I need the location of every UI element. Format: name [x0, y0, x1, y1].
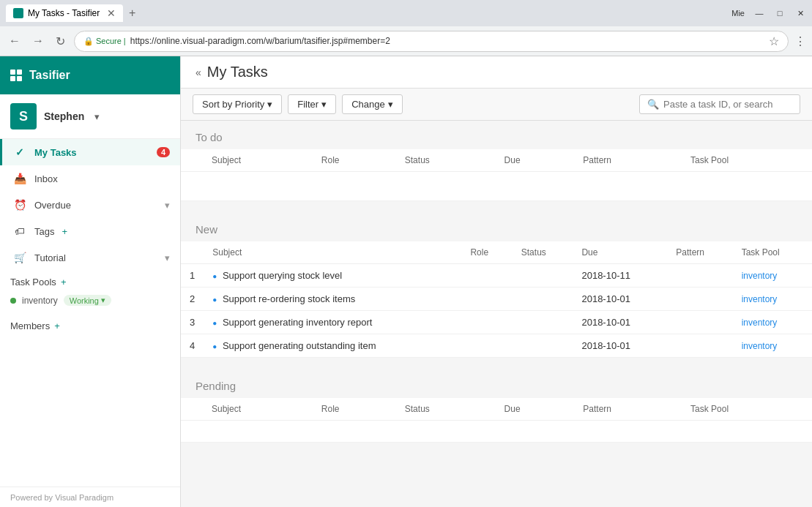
row-subject: ● Support re-ordering stock items — [204, 288, 461, 311]
members-label: Members — [10, 320, 50, 331]
main-header: « My Tasks — [181, 56, 812, 89]
row-pool: inventory — [733, 334, 812, 358]
browser-tab[interactable]: My Tasks - Tasifier ✕ — [6, 4, 123, 22]
address-bar: ← → ↻ 🔒 Secure | https://online.visual-p… — [0, 26, 812, 56]
pending-table: Subject Role Status Due Pattern Task Poo… — [181, 398, 812, 443]
window-controls: Mie — □ ✕ — [731, 7, 806, 19]
task-subject-text: Support querying stock level — [223, 270, 342, 281]
sort-label: Sort by Priority — [202, 99, 264, 110]
row-num: 2 — [181, 288, 204, 311]
pool-inventory[interactable]: inventory Working ▾ — [10, 292, 170, 309]
url-bar[interactable]: 🔒 Secure | https://online.visual-paradig… — [74, 31, 789, 52]
back-nav-button[interactable]: ← — [6, 31, 23, 50]
sidebar-item-tags[interactable]: 🏷 Tags + — [0, 218, 180, 244]
th-num-pending — [181, 398, 203, 421]
toolbar: Sort by Priority ▾ Filter ▾ Change ▾ 🔍 — [181, 89, 812, 121]
th-role-new: Role — [461, 241, 512, 264]
pool-link[interactable]: inventory — [742, 294, 778, 304]
pool-link[interactable]: inventory — [742, 271, 778, 281]
title-bar: My Tasks - Tasifier ✕ + Mie — □ ✕ — [0, 0, 812, 26]
row-num: 3 — [181, 311, 204, 334]
th-pattern-todo: Pattern — [574, 149, 682, 172]
task-status-dot: ● — [212, 342, 220, 350]
task-pools-header: Task Pools + — [10, 277, 170, 288]
pool-link[interactable]: inventory — [742, 318, 778, 328]
task-subject-text: Support generating outstanding item — [223, 340, 376, 351]
task-pools-add-button[interactable]: + — [61, 277, 67, 288]
tab-favicon — [13, 8, 23, 18]
table-row[interactable]: 4 ● Support generating outstanding item … — [181, 334, 812, 358]
sidebar-item-my-tasks[interactable]: ✓ My Tasks 4 — [0, 139, 180, 165]
search-box[interactable]: 🔍 — [639, 94, 800, 114]
tags-plus-icon[interactable]: + — [62, 226, 67, 237]
back-button[interactable]: « — [195, 67, 201, 78]
change-button[interactable]: Change ▾ — [342, 94, 403, 114]
th-due-todo: Due — [496, 149, 575, 172]
pool-name: inventory — [22, 296, 58, 306]
my-tasks-badge: 4 — [157, 147, 170, 157]
th-pattern-pending: Pattern — [574, 398, 682, 421]
user-section[interactable]: S Stephen ▾ — [0, 94, 180, 139]
minimize-button[interactable]: — — [753, 7, 765, 19]
members-header: Members + — [10, 320, 170, 331]
task-status-dot: ● — [212, 319, 220, 327]
sidebar: Tasifier S Stephen ▾ ✓ My Tasks 4 📥 Inbo… — [0, 56, 181, 507]
new-tab-button[interactable]: + — [123, 4, 141, 23]
sidebar-item-inbox[interactable]: 📥 Inbox — [0, 165, 180, 192]
pool-dot — [10, 298, 16, 304]
overdue-arrow-icon: ▾ — [165, 200, 170, 211]
sidebar-item-overdue[interactable]: ⏰ Overdue ▾ — [0, 192, 180, 218]
row-pool: inventory — [733, 311, 812, 334]
th-subject-pending: Subject — [203, 398, 313, 421]
th-status-new: Status — [513, 241, 573, 264]
bookmark-icon[interactable]: ☆ — [769, 34, 779, 48]
pool-status-label: Working — [70, 296, 99, 305]
inbox-icon: 📥 — [12, 173, 27, 184]
sort-priority-button[interactable]: Sort by Priority ▾ — [193, 94, 282, 114]
section-todo-label: To do — [181, 121, 812, 149]
sidebar-header: Tasifier — [0, 56, 180, 94]
filter-button[interactable]: Filter ▾ — [288, 94, 336, 114]
table-row[interactable]: 3 ● Support generating inventory report … — [181, 311, 812, 334]
tutorial-icon: 🛒 — [12, 252, 27, 263]
user-name: Stephen — [44, 110, 84, 122]
tab-close-button[interactable]: ✕ — [107, 7, 116, 19]
row-status — [513, 334, 573, 358]
table-row[interactable]: 1 ● Support querying stock level 2018-10… — [181, 264, 812, 288]
row-pattern — [667, 334, 732, 358]
sidebar-footer: Powered by Visual Paradigm — [0, 487, 180, 507]
members-add-button[interactable]: + — [54, 320, 60, 331]
section-pending-label: Pending — [181, 369, 812, 398]
row-subject: ● Support generating inventory report — [204, 311, 461, 334]
browser-menu-button[interactable]: ⋮ — [794, 34, 806, 48]
maximize-button[interactable]: □ — [774, 7, 786, 19]
table-row[interactable]: 2 ● Support re-ordering stock items 2018… — [181, 288, 812, 311]
tags-icon: 🏷 — [12, 225, 27, 237]
section-todo: To do Subject Role Status Due Pattern Ta… — [181, 121, 812, 201]
row-num: 1 — [181, 264, 204, 288]
pool-link[interactable]: inventory — [742, 341, 778, 351]
close-button[interactable]: ✕ — [794, 7, 806, 19]
row-pattern — [667, 264, 732, 288]
row-role — [461, 311, 512, 334]
sidebar-item-tutorial[interactable]: 🛒 Tutorial ▾ — [0, 244, 180, 271]
window-user: Mie — [731, 9, 745, 18]
th-pattern-new: Pattern — [667, 241, 732, 264]
row-subject: ● Support generating outstanding item — [204, 334, 461, 358]
pending-table-header: Subject Role Status Due Pattern Task Poo… — [181, 398, 812, 421]
task-status-dot: ● — [212, 296, 220, 304]
user-dropdown-arrow[interactable]: ▾ — [94, 111, 100, 122]
pool-status-button[interactable]: Working ▾ — [64, 295, 111, 306]
section-new-label: New — [181, 213, 812, 241]
tutorial-arrow-icon: ▾ — [165, 252, 170, 263]
row-pool: inventory — [733, 264, 812, 288]
task-pools-label: Task Pools — [10, 277, 56, 288]
row-role — [461, 288, 512, 311]
section-pending: Pending Subject Role Status Due Pattern … — [181, 369, 812, 443]
task-pools-section: Task Pools + inventory Working ▾ — [0, 271, 180, 315]
forward-nav-button[interactable]: → — [29, 31, 47, 50]
refresh-button[interactable]: ↻ — [53, 31, 68, 51]
row-status — [513, 264, 573, 288]
th-subject-todo: Subject — [203, 149, 313, 172]
search-input[interactable] — [663, 99, 792, 110]
